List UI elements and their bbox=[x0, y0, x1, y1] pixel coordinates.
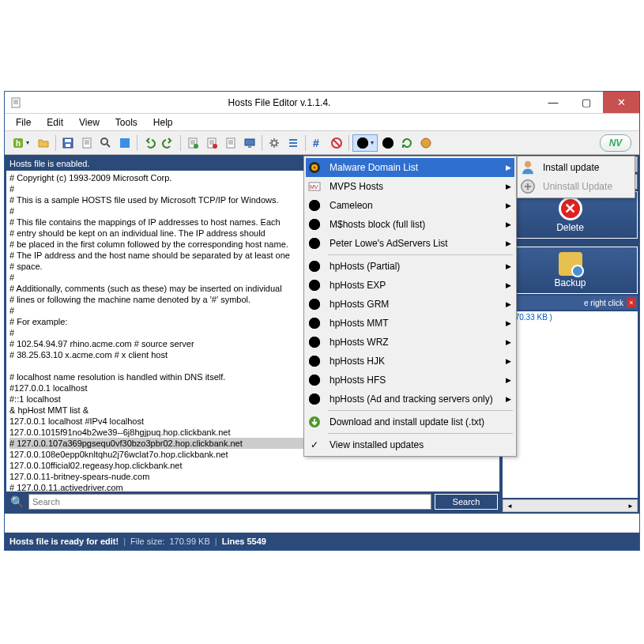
tool-update-dropdown-icon[interactable] bbox=[352, 134, 378, 152]
status-size-value: 170.99 KB bbox=[169, 537, 209, 546]
tool-world-icon[interactable] bbox=[379, 134, 397, 152]
user-icon bbox=[519, 159, 537, 176]
scroll-left-icon[interactable]: ◄ bbox=[503, 500, 516, 511]
menu-separator bbox=[328, 433, 513, 434]
dropdown-item[interactable]: Peter Lowe's AdServers List▶ bbox=[306, 234, 514, 253]
backup-button[interactable]: Backup bbox=[503, 247, 638, 294]
toolbar-separator bbox=[305, 135, 306, 151]
search-input[interactable] bbox=[28, 494, 431, 510]
tool-undo-icon[interactable] bbox=[141, 134, 158, 152]
submenu-arrow-icon: ▶ bbox=[506, 395, 511, 403]
dropdown-item[interactable]: hpHosts EXP▶ bbox=[306, 276, 514, 295]
dropdown-item[interactable]: hpHosts GRM▶ bbox=[306, 295, 514, 314]
tool-hash-icon[interactable] bbox=[309, 134, 326, 152]
editor-line[interactable]: 127.0.0.11-britney-spears-nude.com bbox=[9, 471, 496, 482]
toolbar-separator bbox=[262, 135, 262, 151]
submenu-install-update[interactable]: Install update bbox=[519, 158, 633, 177]
menu-separator bbox=[328, 254, 513, 255]
backup-icon bbox=[559, 252, 582, 276]
dropdown-item[interactable]: M$hosts block (full list)▶ bbox=[306, 215, 514, 234]
maximize-button[interactable]: ▢ bbox=[570, 92, 603, 113]
dropdown-item[interactable]: ✓View installed updates bbox=[306, 435, 514, 454]
update-submenu: Install update Uninstall Update bbox=[517, 156, 635, 198]
tool-settings-icon[interactable] bbox=[266, 134, 283, 152]
submenu-arrow-icon: ▶ bbox=[506, 220, 511, 228]
dropdown-item[interactable]: hpHosts HJK▶ bbox=[306, 352, 514, 371]
editor-line[interactable]: 127.0.0.10fficial02.regeasy.hop.clickban… bbox=[9, 460, 496, 471]
window-title: Hosts File Editor v.1.1.4. bbox=[22, 97, 537, 108]
tool-list-icon[interactable] bbox=[284, 134, 302, 152]
globe-icon bbox=[306, 197, 323, 214]
delete-icon: ✕ bbox=[559, 197, 582, 220]
menu-tools[interactable]: Tools bbox=[107, 115, 145, 130]
editor-line[interactable]: # 127.0.0.11.activedriver.com bbox=[9, 482, 496, 491]
tool-new-icon[interactable] bbox=[184, 134, 201, 152]
tool-delete-icon[interactable] bbox=[203, 134, 220, 152]
install-update-label: Install update bbox=[543, 162, 599, 173]
toolbar-separator bbox=[137, 135, 137, 151]
hosts-enabled-label: Hosts file is enabled. bbox=[9, 159, 90, 168]
toolbar: NV bbox=[5, 131, 639, 155]
tool-block-icon[interactable] bbox=[328, 134, 345, 152]
dropdown-item-label: Malware Domain List bbox=[330, 162, 418, 173]
dropdown-item[interactable]: Malware Domain List▶ bbox=[306, 158, 514, 177]
dropdown-item-label: hpHosts MMT bbox=[330, 318, 389, 329]
minimize-button[interactable]: — bbox=[537, 92, 570, 113]
menu-view[interactable]: View bbox=[71, 115, 107, 130]
tool-hosts-icon[interactable] bbox=[8, 134, 33, 152]
scroll-track[interactable] bbox=[516, 500, 624, 511]
menu-edit[interactable]: Edit bbox=[39, 115, 71, 130]
menu-help[interactable]: Help bbox=[145, 115, 181, 130]
tool-find-icon[interactable] bbox=[97, 134, 115, 152]
tool-save-icon[interactable] bbox=[59, 134, 77, 152]
dropdown-item-label: hpHosts HJK bbox=[330, 356, 385, 367]
tool-refresh-icon[interactable] bbox=[398, 134, 416, 152]
dropdown-item[interactable]: Download and install update list (.txt) bbox=[306, 412, 514, 431]
close-button[interactable]: ✕ bbox=[603, 92, 639, 113]
dropdown-item[interactable]: hpHosts (Ad and tracking servers only)▶ bbox=[306, 390, 514, 409]
submenu-arrow-icon: ▶ bbox=[506, 164, 511, 171]
dropdown-item-label: hpHosts EXP bbox=[330, 280, 386, 291]
globe-icon bbox=[306, 235, 323, 252]
window-buttons: — ▢ ✕ bbox=[537, 92, 639, 113]
dropdown-item-label: Download and install update list (.txt) bbox=[330, 416, 484, 427]
dropdown-item-label: View installed updates bbox=[330, 439, 424, 450]
submenu-arrow-icon: ▶ bbox=[506, 319, 511, 327]
menu-file[interactable]: File bbox=[8, 115, 39, 130]
status-size-label: File size: bbox=[130, 537, 164, 546]
dropdown-item[interactable]: MVPS Hosts▶ bbox=[306, 177, 514, 196]
tool-world2-icon[interactable] bbox=[417, 134, 435, 152]
backup-label: Backup bbox=[554, 277, 586, 288]
right-scrollbar[interactable]: ◄ ► bbox=[503, 499, 638, 512]
scroll-right-icon[interactable]: ► bbox=[624, 500, 637, 511]
tool-copy-icon[interactable] bbox=[78, 134, 96, 152]
delete-label: Delete bbox=[556, 222, 584, 233]
dropdown-item[interactable]: hpHosts WRZ▶ bbox=[306, 333, 514, 352]
status-ready: Hosts file is ready for edit! bbox=[9, 537, 119, 546]
submenu-arrow-icon: ▶ bbox=[506, 183, 511, 190]
tool-redo-icon[interactable] bbox=[160, 134, 177, 152]
globe-icon bbox=[306, 296, 323, 313]
update-dropdown-menu: Malware Domain List▶MVPS Hosts▶Cameleon▶… bbox=[303, 156, 517, 457]
dropdown-item-label: Peter Lowe's AdServers List bbox=[330, 238, 448, 249]
dropdown-item[interactable]: hpHosts HFS▶ bbox=[306, 371, 514, 390]
dropdown-item-label: Cameleon bbox=[330, 200, 373, 211]
dropdown-item[interactable]: Cameleon▶ bbox=[306, 196, 514, 215]
delete-button[interactable]: ✕ Delete bbox=[503, 191, 638, 239]
tool-favorite-icon[interactable] bbox=[116, 134, 134, 152]
search-button[interactable]: Search bbox=[435, 494, 498, 510]
uninstall-icon bbox=[519, 178, 537, 195]
dropdown-item[interactable]: hpHosts (Partial)▶ bbox=[306, 257, 514, 276]
dropdown-item-label: hpHosts (Partial) bbox=[330, 261, 400, 272]
submenu-arrow-icon: ▶ bbox=[506, 281, 511, 289]
check-icon: ✓ bbox=[306, 436, 323, 454]
right-panel-close-icon[interactable]: × bbox=[627, 298, 636, 307]
right-backup-list[interactable]: ( 170.33 KB ) bbox=[503, 311, 638, 498]
menu-separator bbox=[328, 410, 513, 411]
tool-open-icon[interactable] bbox=[35, 134, 52, 152]
globe-icon bbox=[306, 333, 323, 351]
globe-icon bbox=[306, 371, 323, 389]
tool-props-icon[interactable] bbox=[222, 134, 239, 152]
dropdown-item[interactable]: hpHosts MMT▶ bbox=[306, 314, 514, 333]
tool-monitor-icon[interactable] bbox=[241, 134, 258, 152]
